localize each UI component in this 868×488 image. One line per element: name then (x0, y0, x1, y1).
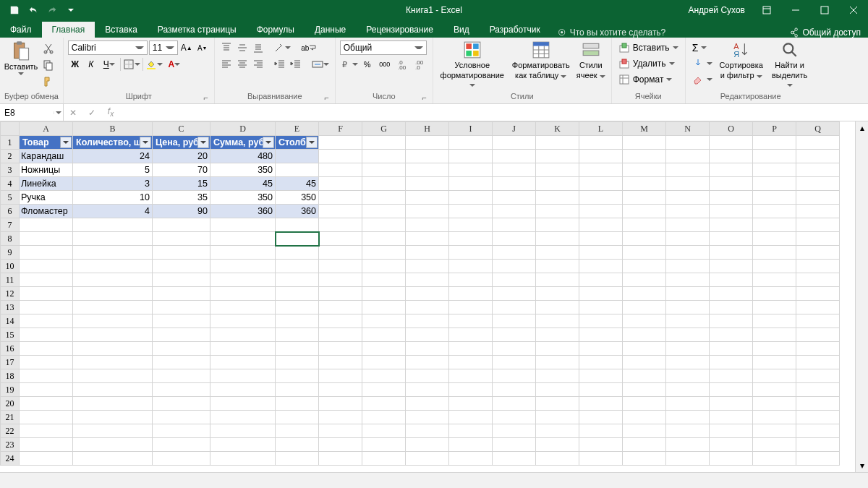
col-header-O[interactable]: O (710, 122, 753, 136)
cut-icon[interactable] (41, 40, 56, 56)
cell[interactable] (536, 452, 579, 466)
cell[interactable] (666, 397, 710, 411)
cell[interactable] (623, 328, 666, 342)
row-header-6[interactable]: 6 (1, 205, 20, 218)
cell[interactable] (623, 273, 666, 287)
cell[interactable] (579, 191, 623, 205)
cell[interactable] (536, 177, 579, 191)
cell[interactable] (796, 314, 840, 328)
cell[interactable] (623, 260, 666, 273)
cell[interactable] (362, 246, 406, 260)
borders-icon[interactable] (122, 57, 141, 72)
cell[interactable] (276, 314, 319, 328)
cell[interactable] (362, 177, 406, 191)
increase-font-icon[interactable]: A▲ (179, 40, 194, 55)
find-select-button[interactable]: Найти ивыделить (768, 40, 812, 88)
cell[interactable] (73, 232, 153, 246)
cell[interactable] (319, 260, 362, 273)
cell[interactable] (623, 232, 666, 246)
spreadsheet-grid[interactable]: ABCDEFGHIJKLMNOPQ1ТоварКоличество, штЦен… (0, 121, 840, 466)
cell[interactable] (536, 287, 579, 301)
cell[interactable] (210, 369, 276, 383)
cell[interactable] (753, 397, 796, 411)
minimize-icon[interactable] (781, 0, 810, 20)
cell[interactable] (579, 328, 623, 342)
cell[interactable] (536, 314, 579, 328)
tab-home[interactable]: Главная (42, 22, 95, 38)
cell[interactable] (796, 342, 840, 356)
cell[interactable] (710, 356, 753, 369)
cell[interactable] (20, 452, 73, 466)
cell[interactable]: 360 (276, 205, 319, 218)
cell[interactable] (493, 136, 536, 150)
cell[interactable] (319, 136, 362, 150)
cell[interactable]: 480 (210, 150, 276, 163)
name-box-arrow-icon[interactable] (54, 111, 63, 114)
cell[interactable] (406, 136, 449, 150)
cell[interactable] (796, 218, 840, 232)
cell[interactable] (449, 246, 493, 260)
cell[interactable] (73, 287, 153, 301)
cell[interactable] (753, 424, 796, 438)
cell[interactable] (20, 438, 73, 452)
cell[interactable] (493, 438, 536, 452)
cell[interactable] (362, 150, 406, 163)
cell[interactable] (753, 369, 796, 383)
cell[interactable] (623, 163, 666, 177)
cell[interactable] (796, 163, 840, 177)
cell[interactable]: 24 (73, 150, 153, 163)
cell[interactable]: 360 (210, 205, 276, 218)
cell[interactable]: 350 (276, 191, 319, 205)
cell[interactable] (666, 411, 710, 424)
cell[interactable] (710, 424, 753, 438)
name-box[interactable] (0, 104, 64, 121)
cell[interactable] (319, 438, 362, 452)
cell[interactable] (406, 342, 449, 356)
cell[interactable] (210, 260, 276, 273)
cell[interactable] (536, 136, 579, 150)
cell[interactable] (362, 301, 406, 314)
redo-icon[interactable] (43, 2, 61, 18)
cell[interactable] (449, 397, 493, 411)
cell[interactable] (710, 205, 753, 218)
row-header-22[interactable]: 22 (1, 424, 20, 438)
row-header-5[interactable]: 5 (1, 191, 20, 205)
cell[interactable] (623, 314, 666, 328)
tab-review[interactable]: Рецензирование (356, 22, 443, 38)
cancel-formula-icon[interactable]: ✕ (64, 108, 82, 118)
cell[interactable] (449, 383, 493, 397)
cell[interactable] (319, 369, 362, 383)
cell[interactable] (319, 150, 362, 163)
cell[interactable] (73, 383, 153, 397)
align-bottom-icon[interactable] (251, 40, 265, 55)
cell[interactable] (753, 246, 796, 260)
filter-button-icon[interactable] (60, 137, 72, 148)
filter-button-icon[interactable] (306, 137, 318, 148)
cell[interactable] (796, 246, 840, 260)
tab-file[interactable]: Файл (0, 22, 42, 38)
cell[interactable] (319, 246, 362, 260)
cell[interactable] (796, 328, 840, 342)
row-header-17[interactable]: 17 (1, 356, 20, 369)
cell[interactable] (276, 232, 319, 246)
cell[interactable] (153, 273, 210, 287)
cell[interactable] (710, 232, 753, 246)
cell[interactable] (493, 177, 536, 191)
cell[interactable] (579, 205, 623, 218)
orientation-icon[interactable] (273, 40, 292, 55)
cell[interactable] (623, 218, 666, 232)
cell[interactable] (666, 273, 710, 287)
col-header-A[interactable]: A (20, 122, 73, 136)
cell[interactable] (73, 301, 153, 314)
tab-developer[interactable]: Разработчик (480, 22, 550, 38)
cell[interactable] (493, 246, 536, 260)
cell[interactable] (579, 246, 623, 260)
cell[interactable] (710, 191, 753, 205)
col-header-Q[interactable]: Q (796, 122, 840, 136)
scroll-up-icon[interactable]: ▴ (856, 121, 868, 134)
cell[interactable] (753, 163, 796, 177)
cell[interactable] (666, 438, 710, 452)
filter-button-icon[interactable] (197, 137, 209, 148)
insert-cells-button[interactable]: Вставить (616, 40, 681, 55)
cell[interactable] (493, 301, 536, 314)
